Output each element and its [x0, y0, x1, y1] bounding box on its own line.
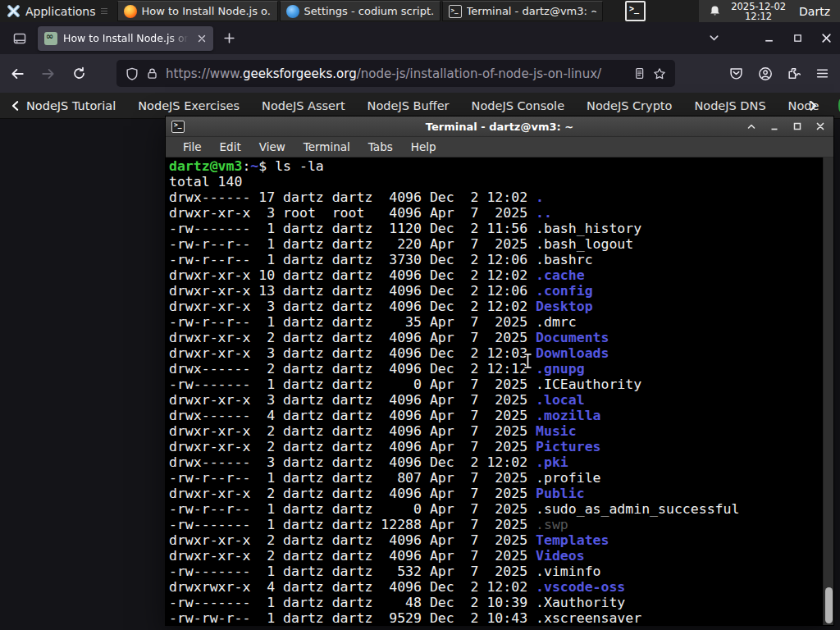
taskbar-window-title: How to Install Node.js o...: [142, 5, 272, 17]
back-button[interactable]: [10, 66, 25, 81]
terminal-menu-item[interactable]: Help: [402, 138, 445, 156]
forward-button[interactable]: [41, 66, 56, 81]
terminal-listing-row: -rw-rw-r-- 1 dartz dartz 9529 Dec 2 10:4…: [169, 610, 833, 625]
file-name: Templates: [536, 532, 609, 548]
terminal-listing-row: drwx------ 4 dartz dartz 4096 Apr 7 2025…: [169, 408, 833, 423]
terminal-listing-row: drwxr-xr-x 2 dartz dartz 4096 Apr 7 2025…: [169, 548, 833, 564]
taskbar-window-button[interactable]: Terminal - dartz@vm3: ~: [442, 1, 603, 21]
clock-time: 12:12: [731, 11, 786, 21]
terminal-listing-row: drwxr-xr-x 13 dartz dartz 4096 Dec 2 12:…: [169, 283, 833, 299]
terminal-listing-row: drwxr-xr-x 3 root root 4096 Apr 7 2025 .…: [169, 205, 833, 221]
file-name: .gnupg: [536, 361, 585, 377]
taskbar-window-title: Terminal - dartz@vm3: ~: [467, 5, 596, 17]
terminal-listing-row: -rw------- 1 dartz dartz 1120 Dec 2 11:5…: [169, 221, 833, 236]
terminal-listing-row: -rw------- 1 dartz dartz 0 Apr 7 2025 .I…: [169, 377, 833, 392]
file-name: .profile: [536, 470, 600, 486]
file-name: .viminfo: [536, 564, 600, 579]
terminal-prompt-line: dartz@vm3:~$ ls -la: [169, 158, 833, 174]
clock-date: 2025-12-02: [731, 2, 786, 11]
terminal-menu-item[interactable]: Tabs: [359, 138, 402, 156]
notification-bell-icon[interactable]: [709, 5, 721, 17]
terminal-screen[interactable]: dartz@vm3:~$ ls -la total 140 drwx------…: [166, 158, 833, 625]
file-name: ..: [536, 205, 552, 221]
list-all-tabs-chevron-icon[interactable]: [708, 32, 720, 44]
terminal-listing-row: drwxr-xr-x 3 dartz dartz 4096 Dec 2 12:0…: [169, 345, 833, 361]
file-name: .local: [536, 392, 585, 408]
tracking-protection-shield-icon[interactable]: [126, 67, 139, 80]
terminal-listing-row: -rw------- 1 dartz dartz 48 Dec 2 10:39 …: [169, 595, 833, 610]
account-icon[interactable]: [758, 66, 773, 81]
panel-separator: [101, 8, 107, 14]
terminal-menu-item[interactable]: Terminal: [294, 138, 359, 156]
terminal-listing-row: drwxr-xr-x 2 dartz dartz 4096 Apr 7 2025…: [169, 439, 833, 454]
nav-link[interactable]: NodeJS Console: [472, 99, 565, 112]
file-name: Desktop: [536, 299, 593, 314]
terminal-menu-item[interactable]: File: [174, 138, 211, 156]
taskbar-window-button[interactable]: Settings - codium script...: [280, 1, 441, 21]
file-name: Public: [536, 486, 585, 501]
terminal-scrollbar-thumb[interactable]: [825, 587, 833, 623]
file-name: .sudo_as_admin_successful: [536, 501, 739, 517]
window-maximize-button[interactable]: [792, 34, 803, 43]
terminal-shade-button[interactable]: [744, 119, 759, 134]
terminal-menu-item[interactable]: Edit: [211, 138, 250, 156]
file-name: .bash_logout: [536, 236, 633, 252]
file-name: .: [536, 189, 544, 205]
desktop-panel: Applications How to Install Node.js o...…: [0, 0, 840, 22]
taskbar: How to Install Node.js o... Settings - c…: [116, 0, 604, 22]
file-name: .config: [536, 283, 593, 299]
tab-close-icon[interactable]: [197, 34, 207, 43]
nav-link[interactable]: NodeJS Assert: [262, 99, 345, 112]
nav-link[interactable]: NodeJS DNS: [694, 99, 765, 112]
file-name: Documents: [536, 330, 609, 345]
tab-title: How to Install Node.js on: [63, 32, 191, 44]
nav-link[interactable]: NodeJS Exercises: [138, 99, 240, 112]
menu-hamburger-icon[interactable]: [815, 66, 830, 81]
terminal-close-button[interactable]: [813, 119, 828, 134]
file-name: .vscode-oss: [536, 579, 625, 595]
applications-icon: [7, 4, 21, 18]
terminal-titlebar[interactable]: Terminal - dartz@vm3: ~: [166, 116, 833, 137]
nav-link[interactable]: NodeJS Crypto: [587, 99, 672, 112]
new-tab-button[interactable]: [223, 32, 235, 44]
window-minimize-button[interactable]: [763, 33, 774, 43]
terminal-listing-row: -rw-r--r-- 1 dartz dartz 3730 Dec 2 12:0…: [169, 252, 833, 267]
terminal-minimize-button[interactable]: [767, 119, 782, 134]
terminal-menubar: FileEditViewTerminalTabsHelp: [166, 137, 833, 158]
applications-menu-button[interactable]: Applications: [0, 0, 116, 22]
terminal-tray-icon[interactable]: [625, 1, 646, 21]
prompt-path: ~: [250, 158, 258, 174]
reader-mode-icon[interactable]: [633, 67, 646, 80]
file-name: Downloads: [536, 345, 609, 361]
terminal-window-icon: [171, 121, 185, 133]
url-bar[interactable]: https://www.geeksforgeeks.org/node-js/in…: [116, 60, 675, 87]
pocket-icon[interactable]: [729, 66, 744, 81]
file-name: .xscreensaver: [536, 610, 641, 625]
nav-link[interactable]: NodeJS Buffer: [368, 99, 450, 112]
firefox-view-button[interactable]: [8, 28, 31, 49]
terminal-listing-row: drwxrwxr-x 4 dartz dartz 4096 Dec 2 12:0…: [169, 579, 833, 595]
terminal-listing-row: -rw-r--r-- 1 dartz dartz 807 Apr 7 2025 …: [169, 470, 833, 486]
taskbar-window-button[interactable]: How to Install Node.js o...: [117, 1, 278, 21]
nav-link[interactable]: NodeJS Tutorial: [26, 99, 116, 112]
terminal-maximize-button[interactable]: [790, 119, 805, 134]
terminal-scrollbar[interactable]: [823, 158, 833, 625]
nav-scroll-left-chevron-icon[interactable]: [10, 100, 21, 112]
connection-lock-icon[interactable]: [146, 67, 158, 80]
user-menu[interactable]: Dartz: [796, 5, 830, 18]
nav-scroll-right-chevron-icon[interactable]: [807, 100, 819, 112]
url-text: https://www.geeksforgeeks.org/node-js/in…: [166, 66, 626, 81]
firefox-tab-bar: How to Install Node.js on: [0, 22, 840, 54]
browser-tab[interactable]: How to Install Node.js on: [38, 26, 213, 51]
panel-clock[interactable]: 2025-12-02 12:12: [731, 2, 786, 21]
window-close-button[interactable]: [820, 33, 832, 43]
codium-icon: [286, 5, 299, 18]
terminal-menu-item[interactable]: View: [250, 138, 294, 156]
terminal-listing-row: -rw-r--r-- 1 dartz dartz 35 Apr 7 2025 .…: [169, 314, 833, 330]
bookmark-star-icon[interactable]: [653, 67, 666, 80]
terminal-listing-row: drwxr-xr-x 2 dartz dartz 4096 Apr 7 2025…: [169, 532, 833, 548]
terminal-listing-row: drwxr-xr-x 3 dartz dartz 4096 Apr 7 2025…: [169, 392, 833, 408]
reload-button[interactable]: [72, 66, 87, 81]
firefox-icon: [124, 5, 137, 18]
extensions-icon[interactable]: [787, 66, 801, 81]
